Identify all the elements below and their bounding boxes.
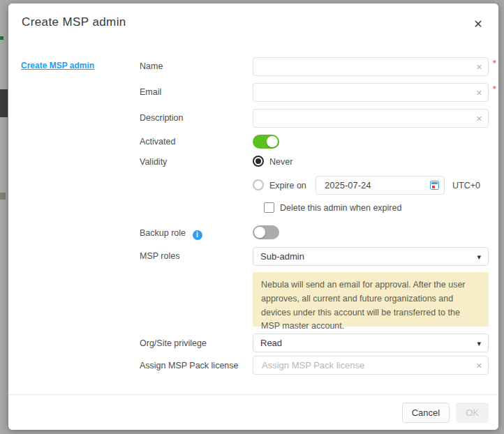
email-input-wrap: ✕: [253, 83, 489, 102]
msp-roles-selected-value: Sub-admin: [260, 251, 304, 262]
org-site-privilege-selected-value: Read: [260, 338, 282, 348]
delete-when-expired-label: Delete this admin when expired: [280, 203, 401, 213]
modal-form: Name ✕ * Email ✕ * Description ✕ Activat…: [127, 43, 498, 394]
name-input-wrap: ✕: [253, 57, 489, 76]
required-marker: *: [493, 59, 496, 68]
toggle-knob: [267, 136, 278, 147]
validity-label: Validity: [140, 157, 167, 167]
description-label: Description: [140, 113, 184, 123]
chevron-down-icon: ▾: [477, 339, 481, 347]
description-input-wrap: ✕: [253, 109, 489, 128]
email-input[interactable]: [260, 87, 471, 98]
ok-button[interactable]: OK: [456, 403, 489, 423]
org-site-privilege-select[interactable]: Read ▾: [253, 334, 489, 352]
validity-expire-on-radio[interactable]: [253, 179, 264, 190]
timezone-label: UTC+0: [452, 181, 480, 190]
backup-role-label-text: Backup role: [140, 228, 186, 238]
approval-note: Nebula will send an email for approval. …: [253, 272, 489, 327]
validity-expire-on-label: Expire on: [269, 181, 306, 190]
license-label: Assign MSP Pack license: [140, 361, 239, 371]
info-icon[interactable]: i: [193, 230, 202, 240]
validity-never-label: Never: [269, 157, 292, 167]
description-input[interactable]: [260, 112, 471, 124]
msp-roles-select[interactable]: Sub-admin ▾: [253, 247, 489, 266]
license-input[interactable]: [260, 359, 471, 371]
activated-toggle[interactable]: [253, 135, 279, 149]
clear-icon[interactable]: ✕: [476, 361, 482, 369]
backup-role-label: Backup role i: [140, 228, 202, 240]
calendar-icon[interactable]: [430, 181, 439, 190]
create-msp-admin-modal: Create MSP admin ✕ Create MSP admin Name…: [8, 3, 498, 430]
chevron-down-icon: ▾: [477, 253, 481, 260]
expire-date-input[interactable]: [323, 179, 424, 191]
license-input-wrap: ✕: [253, 356, 489, 375]
clear-icon[interactable]: ✕: [476, 89, 482, 96]
clear-icon[interactable]: ✕: [476, 63, 482, 70]
name-input[interactable]: [260, 61, 471, 73]
backup-role-toggle[interactable]: [253, 225, 279, 239]
modal-sidebar: Create MSP admin: [8, 43, 128, 394]
backdrop-artifact: [0, 193, 6, 200]
email-label: Email: [140, 87, 161, 97]
close-icon[interactable]: ✕: [470, 15, 487, 32]
expire-date-input-wrap: [316, 176, 445, 195]
sidebar-link-create-msp-admin[interactable]: Create MSP admin: [21, 61, 94, 70]
name-label: Name: [140, 61, 163, 71]
org-site-privilege-label: Org/Site privilege: [140, 338, 207, 348]
cancel-button[interactable]: Cancel: [402, 403, 450, 423]
clear-icon[interactable]: ✕: [476, 114, 482, 122]
activated-label: Activated: [140, 137, 175, 147]
validity-never-radio[interactable]: [253, 156, 264, 167]
modal-footer: Cancel OK: [8, 394, 498, 430]
modal-header: Create MSP admin ✕: [8, 3, 498, 44]
modal-title: Create MSP admin: [22, 15, 126, 29]
backdrop-artifact: [0, 89, 8, 117]
msp-roles-label: MSP roles: [140, 251, 179, 261]
backdrop-artifact: [0, 36, 3, 40]
toggle-knob: [254, 227, 265, 238]
required-marker: *: [493, 84, 496, 94]
delete-when-expired-checkbox[interactable]: [264, 202, 274, 213]
